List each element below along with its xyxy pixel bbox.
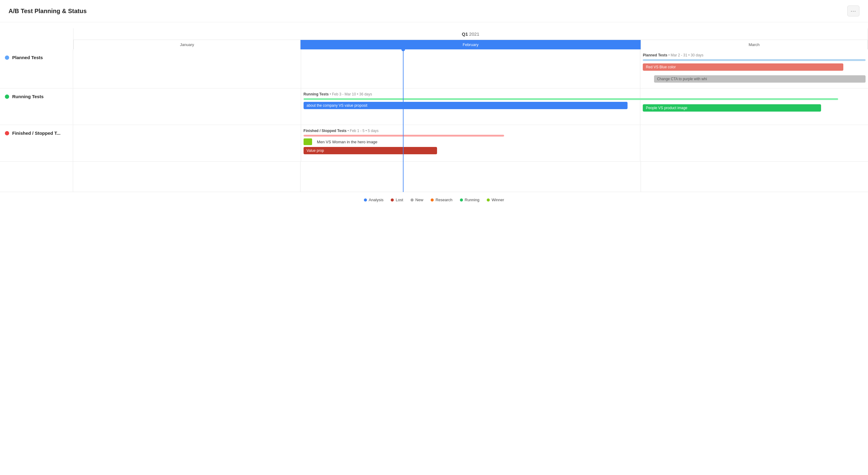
planned-tests-row: Planned Tests Planned Tests • Mar 2 - 31… <box>0 50 868 88</box>
empty-row <box>0 161 868 192</box>
legend-winner: Winner <box>487 198 504 202</box>
empty-cell-jan <box>73 161 301 192</box>
people-vs-product-bar: People VS product image <box>643 104 866 114</box>
planned-mar-cell: Planned Tests • Mar 2 - 31 • 30 days Red… <box>640 50 868 88</box>
finished-range-info: Finished / Stopped Tests • Feb 1 - 5 • 5… <box>304 129 638 133</box>
legend-new-dot <box>410 199 413 202</box>
finished-range-bar <box>304 135 504 137</box>
month-january: January <box>73 40 301 50</box>
planned-tests-label-text: Planned Tests <box>12 55 43 60</box>
legend-winner-dot <box>487 199 490 202</box>
running-tests-dot <box>5 94 9 99</box>
more-options-button[interactable]: ··· <box>847 5 860 17</box>
chart-wrapper: Q1 2021 January February March <box>0 22 868 205</box>
value-prop-bar-label[interactable]: Value prop <box>304 147 437 154</box>
running-tests-row: Running Tests Running Tests • Feb 3 - Ma… <box>0 88 868 125</box>
planned-feb-cell <box>301 50 640 88</box>
empty-label-col <box>0 161 73 192</box>
running-mar-cell: People VS product image <box>640 88 868 125</box>
value-prop-bar: Value prop <box>304 147 638 157</box>
empty-cell-mar <box>641 161 868 192</box>
legend-winner-label: Winner <box>492 198 504 202</box>
months-header: January February March <box>73 40 868 50</box>
planned-tests-label: Planned Tests <box>0 50 73 88</box>
finished-tests-dot <box>5 131 9 136</box>
app-header: A/B Test Planning & Status ··· <box>0 0 868 22</box>
finished-tests-cells: Finished / Stopped Tests • Feb 1 - 5 • 5… <box>73 125 868 161</box>
quarter-label: Q1 <box>462 31 468 37</box>
men-vs-woman-label: Men VS Woman in the hero image <box>317 140 377 144</box>
legend-new: New <box>410 198 423 202</box>
legend-research: Research <box>431 198 453 202</box>
legend-research-label: Research <box>436 198 453 202</box>
legend-lost: Lost <box>391 198 403 202</box>
row-label-spacer <box>0 28 73 50</box>
gantt-body: Planned Tests Planned Tests • Mar 2 - 31… <box>0 50 868 192</box>
running-tests-label: Running Tests <box>0 88 73 125</box>
legend-analysis-dot <box>364 199 367 202</box>
finished-tests-row: Finished / Stopped T... Finished / Stopp… <box>0 125 868 161</box>
change-cta-bar-label[interactable]: Change CTA to purple with whi <box>654 75 866 83</box>
planned-tests-dot <box>5 56 9 60</box>
legend-lost-label: Lost <box>396 198 403 202</box>
about-company-bar: about the company VS value proposit <box>304 102 638 112</box>
legend-new-label: New <box>415 198 423 202</box>
finished-tests-label: Finished / Stopped T... <box>0 125 73 161</box>
legend-analysis-label: Analysis <box>369 198 383 202</box>
running-feb-cell: Running Tests • Feb 3 - Mar 10 • 36 days… <box>301 88 640 125</box>
legend-running-dot <box>460 199 463 202</box>
quarter-header-row: Q1 2021 January February March <box>0 28 868 50</box>
month-february: February <box>301 40 641 50</box>
running-tests-cells: Running Tests • Feb 3 - Mar 10 • 36 days… <box>73 88 868 125</box>
running-tests-label-text: Running Tests <box>12 94 43 99</box>
gantt-timeline: Q1 2021 January February March <box>73 28 868 50</box>
planned-range-info: Planned Tests • Mar 2 - 31 • 30 days <box>643 53 866 57</box>
more-dots-icon: ··· <box>850 8 856 14</box>
red-vs-blue-bar-label[interactable]: Red VS Blue color <box>643 63 843 71</box>
gantt-container: Q1 2021 January February March <box>0 28 868 192</box>
men-vs-woman-row: Men VS Woman in the hero image <box>304 139 638 145</box>
about-company-bar-label[interactable]: about the company VS value proposit <box>304 102 627 109</box>
legend-analysis: Analysis <box>364 198 383 202</box>
finished-jan-cell <box>73 125 301 161</box>
men-vs-woman-color-box <box>304 139 312 145</box>
running-jan-cell <box>73 88 301 125</box>
planned-tests-cells: Planned Tests • Mar 2 - 31 • 30 days Red… <box>73 50 868 88</box>
legend-lost-dot <box>391 199 394 202</box>
empty-cells <box>73 161 868 192</box>
planned-jan-cell <box>73 50 301 88</box>
red-vs-blue-bar: Red VS Blue color <box>643 63 866 73</box>
finished-feb-cell: Finished / Stopped Tests • Feb 1 - 5 • 5… <box>301 125 640 161</box>
running-range-info: Running Tests • Feb 3 - Mar 10 • 36 days <box>304 92 638 96</box>
year-label: 2021 <box>469 31 479 37</box>
empty-cell-feb <box>301 161 641 192</box>
planned-range-bar <box>643 59 866 61</box>
legend-running: Running <box>460 198 479 202</box>
people-vs-product-bar-label[interactable]: People VS product image <box>643 104 821 112</box>
app-title: A/B Test Planning & Status <box>8 8 87 14</box>
legend-running-label: Running <box>465 198 479 202</box>
legend-row: Analysis Lost New Research Running Winne… <box>0 192 868 205</box>
legend-research-dot <box>431 199 434 202</box>
finished-mar-cell <box>640 125 868 161</box>
month-march: March <box>641 40 868 50</box>
finished-tests-label-text: Finished / Stopped T... <box>12 130 60 136</box>
app-container: A/B Test Planning & Status ··· Q1 2021 J… <box>0 0 868 205</box>
quarter-row: Q1 2021 <box>73 28 868 40</box>
